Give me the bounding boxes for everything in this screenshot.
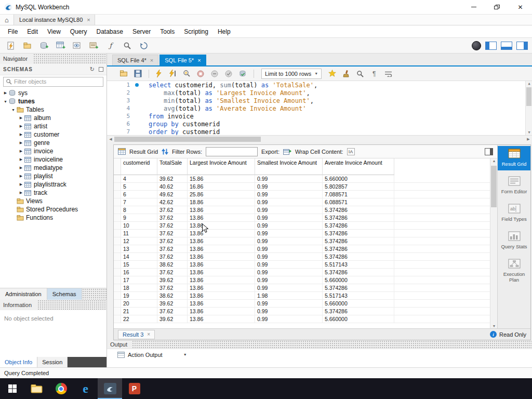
open-script-icon[interactable] xyxy=(117,68,130,79)
grid-cell[interactable]: 37.62 xyxy=(157,214,188,221)
menu-item[interactable]: Tools xyxy=(155,25,179,37)
grid-cell[interactable]: 13.86 xyxy=(188,230,255,237)
restore-button[interactable] xyxy=(485,0,509,14)
close-icon[interactable]: × xyxy=(87,17,90,23)
column-header[interactable]: Averate Invoice Amount xyxy=(323,158,394,175)
grid-cell[interactable]: 0.99 xyxy=(255,214,323,221)
grid-cell[interactable]: 0.99 xyxy=(255,284,323,291)
grid-cell[interactable]: 13.86 xyxy=(188,245,255,252)
grid-cell[interactable]: 12 xyxy=(121,237,157,245)
table-row[interactable]: 1739.6213.860.995.660000 xyxy=(114,276,497,284)
grid-cell[interactable]: 5.374286 xyxy=(323,308,394,315)
tree-expand-arrow[interactable]: ▶ xyxy=(18,174,24,178)
row-selector[interactable] xyxy=(114,237,121,245)
grid-cell[interactable]: 6 xyxy=(121,191,157,198)
grid-cell[interactable]: 13.86 xyxy=(188,237,255,245)
row-selector[interactable] xyxy=(114,315,121,323)
row-selector[interactable] xyxy=(114,183,121,190)
menu-item[interactable]: File xyxy=(3,25,22,37)
table-row[interactable]: 1137.6213.860.995.374286 xyxy=(114,230,497,237)
grid-cell[interactable]: 18 xyxy=(121,284,157,291)
grid-cell[interactable]: 16 xyxy=(121,269,157,276)
grid-cell[interactable]: 40.62 xyxy=(157,183,188,190)
row-selector[interactable] xyxy=(114,230,121,237)
table-row[interactable]: 742.6218.860.996.088571 xyxy=(114,198,497,206)
grid-cell[interactable]: 15 xyxy=(121,261,157,268)
grid-vertical-scrollbar[interactable]: ▲ ▼ xyxy=(490,158,497,328)
grid-cell[interactable]: 0.99 xyxy=(255,191,323,198)
snippets-icon[interactable] xyxy=(326,68,338,79)
tree-expand-arrow[interactable]: ▼ xyxy=(2,100,9,103)
code-line[interactable]: 3 min(total) as 'Smallest Invoice Amount… xyxy=(107,97,532,104)
tree-node-tunes[interactable]: ▼ tunes xyxy=(0,97,107,105)
new-sql-tab-icon[interactable] xyxy=(4,39,18,52)
grid-cell[interactable]: 22 xyxy=(121,315,157,323)
row-selector[interactable] xyxy=(114,269,121,276)
column-header[interactable]: Smallest Invoice Amount xyxy=(255,158,323,175)
horizontal-scrollbar-thumb[interactable] xyxy=(114,137,261,142)
column-header[interactable]: Largest Invoice Amount xyxy=(188,158,255,175)
table-row[interactable]: 937.6213.860.995.374286 xyxy=(114,214,497,222)
grid-cell[interactable]: 49.62 xyxy=(157,191,188,198)
grid-cell[interactable]: 5.374286 xyxy=(323,214,394,221)
grid-cell[interactable]: 0.99 xyxy=(255,230,323,237)
search-table-data-icon[interactable] xyxy=(121,39,134,52)
open-sql-script-icon[interactable] xyxy=(21,39,34,52)
grid-cell[interactable]: 5.517143 xyxy=(323,292,394,299)
tree-node-customer[interactable]: ▶ customer xyxy=(0,130,107,139)
table-row[interactable]: 837.6213.860.995.374286 xyxy=(114,206,497,214)
grid-cell[interactable]: 37.62 xyxy=(157,253,188,260)
code-line[interactable]: 1 select customerid, sum(total) as 'Tota… xyxy=(107,81,532,89)
row-selector[interactable] xyxy=(114,175,121,182)
grid-cell[interactable]: 25.86 xyxy=(188,191,255,198)
find-icon[interactable] xyxy=(354,68,366,79)
grid-cell[interactable]: 19 xyxy=(121,292,157,299)
refresh-results-icon[interactable] xyxy=(162,148,168,155)
grid-cell[interactable]: 11 xyxy=(121,230,157,237)
menu-item[interactable]: Query xyxy=(65,25,92,37)
grid-cell[interactable]: 0.99 xyxy=(255,183,323,190)
create-procedure-icon[interactable] xyxy=(87,39,101,52)
minimize-button[interactable] xyxy=(462,0,485,14)
result-view-form-editor[interactable]: Form Editor xyxy=(498,174,530,198)
taskbar-chrome[interactable] xyxy=(49,378,73,399)
table-row[interactable]: 1538.6213.860.995.517143 xyxy=(114,261,497,269)
taskbar-file-explorer[interactable] xyxy=(24,378,49,399)
table-row[interactable]: 1837.6213.860.995.374286 xyxy=(114,284,497,292)
scroll-right-icon[interactable]: ▶ xyxy=(525,136,532,143)
sql-editor-tab[interactable]: SQL File 4* × xyxy=(112,55,158,65)
grid-cell[interactable]: 16.86 xyxy=(188,183,255,190)
grid-cell[interactable]: 0.99 xyxy=(255,237,323,245)
connection-tab[interactable]: Local instance MySQL80 × xyxy=(14,15,95,25)
tree-expand-arrow[interactable]: ▶ xyxy=(18,141,24,145)
grid-cell[interactable]: 4 xyxy=(121,175,157,182)
collapse-result-sidebar-icon[interactable] xyxy=(485,148,493,155)
filter-objects-input[interactable] xyxy=(12,78,103,85)
table-row[interactable]: 1437.6213.860.995.374286 xyxy=(114,253,497,261)
scroll-up-icon[interactable]: ▲ xyxy=(490,159,497,163)
tree-node-views[interactable]: Views xyxy=(0,197,107,205)
table-row[interactable]: 1637.6213.860.995.374286 xyxy=(114,269,497,276)
grid-cell[interactable]: 5.374286 xyxy=(323,206,394,214)
grid-cell[interactable]: 13.86 xyxy=(188,300,255,307)
grid-cell[interactable]: 13.86 xyxy=(188,222,255,229)
result-view-execution-plan[interactable]: Execution Plan xyxy=(498,256,530,286)
scroll-up-icon[interactable]: ▲ xyxy=(526,82,532,86)
export-recordset-icon[interactable] xyxy=(283,148,291,155)
grid-cell[interactable]: 13.86 xyxy=(188,261,255,268)
tree-expand-arrow[interactable]: ▶ xyxy=(18,182,24,187)
grid-cell[interactable]: 39.62 xyxy=(157,300,188,307)
grid-cell[interactable]: 1.98 xyxy=(255,292,323,299)
column-header[interactable]: TotalSale xyxy=(157,158,188,175)
code-line[interactable]: 4 avg(total) as 'Averate Invoice Amount' xyxy=(107,104,532,112)
grid-cell[interactable]: 13.86 xyxy=(188,292,255,299)
column-header[interactable]: customerid xyxy=(121,158,157,175)
grid-cell[interactable]: 37.62 xyxy=(157,230,188,237)
grid-cell[interactable]: 13 xyxy=(121,245,157,252)
row-selector[interactable] xyxy=(114,214,121,221)
grid-cell[interactable]: 37.62 xyxy=(157,284,188,291)
grid-cell[interactable]: 39.62 xyxy=(157,175,188,182)
close-icon[interactable]: × xyxy=(150,57,153,63)
table-row[interactable]: 1938.6213.861.985.517143 xyxy=(114,292,497,300)
start-button[interactable] xyxy=(0,378,24,399)
